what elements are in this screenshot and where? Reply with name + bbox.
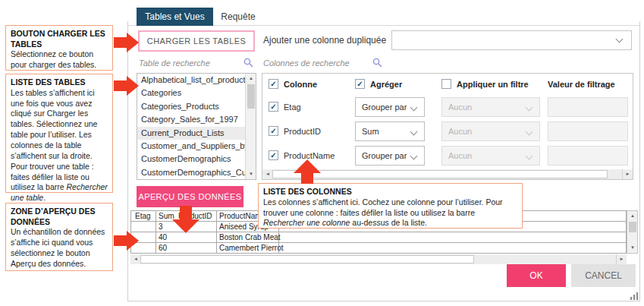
search-icon	[372, 58, 382, 68]
scrollbar-thumb[interactable]	[247, 84, 255, 109]
column-name: ProductID	[284, 127, 321, 136]
column-search-input[interactable]: Colonnes de recherche	[263, 58, 350, 68]
chevron-down-icon	[410, 128, 418, 136]
tables-list-scrollbar[interactable]: ▲ ▼	[245, 74, 256, 179]
grid-header-colonne: Colonne	[284, 80, 317, 89]
scroll-up-icon[interactable]: ▲	[246, 74, 256, 84]
checkbox-checked-icon[interactable]: ✓	[355, 79, 365, 89]
scrollbar-thumb[interactable]	[140, 255, 474, 263]
scroll-up-icon[interactable]: ▲	[627, 211, 638, 221]
callout-title: LISTE DES TABLES	[11, 77, 108, 88]
table-list-item[interactable]: Category_Sales_for_1997	[137, 113, 246, 126]
preview-horizontal-scrollbar[interactable]: ◄ ►	[130, 254, 627, 264]
scrollbar-thumb[interactable]	[629, 222, 636, 232]
scroll-down-icon[interactable]: ▼	[246, 169, 256, 179]
resize-grip-icon[interactable]	[630, 292, 639, 300]
callout-bouton-charger: BOUTON CHARGER LES TABLES Sélectionnez c…	[5, 25, 113, 71]
duplicated-column-dropdown[interactable]	[391, 30, 632, 50]
scrollbar-thumb[interactable]	[272, 170, 608, 178]
arrow-right-icon	[114, 80, 127, 91]
callout-title: LISTE DES COLONNES	[263, 187, 517, 197]
table-list-item[interactable]: Alphabetical_list_of_products	[137, 74, 246, 87]
callout-body: Sélectionnez ce bouton pour charger des …	[11, 49, 108, 71]
filter-value-field	[548, 121, 628, 141]
dialog-border-bottom	[127, 301, 640, 301]
arrow-right-icon	[127, 33, 139, 52]
chevron-down-icon	[616, 36, 624, 43]
preview-header: Etag	[135, 211, 151, 221]
aggregate-dropdown[interactable]: Grouper par	[355, 146, 425, 166]
table-list-item-selected[interactable]: Current_Product_Lists	[137, 127, 246, 140]
grid-header-agreger: Agréger	[370, 80, 402, 89]
callout-title: ZONE D’APERÇU DES DONNÉES	[11, 207, 108, 227]
checkbox-checked-icon[interactable]: ✓	[269, 79, 278, 89]
callout-title: BOUTON CHARGER LES TABLES	[11, 29, 108, 49]
filter-dropdown: Aucun	[441, 146, 540, 166]
arrow-right-icon	[114, 37, 127, 48]
table-search-input[interactable]: Table de recherche	[139, 58, 210, 68]
scroll-left-icon[interactable]: ◄	[262, 169, 273, 179]
table-list-item[interactable]: Categories	[137, 87, 246, 99]
dialog-border-left	[127, 21, 128, 301]
chevron-down-icon	[410, 104, 418, 112]
table-list-item[interactable]: CustomerDemographics_Custor	[137, 166, 246, 179]
dialog-border-right	[639, 21, 640, 301]
callout-liste-tables: LISTE DES TABLES Les tables s’affichent …	[5, 74, 113, 193]
checkbox-checked-icon[interactable]: ✓	[269, 126, 278, 136]
grid-header-valeur: Valeur de filtrage	[548, 80, 615, 89]
arrow-down-icon	[172, 219, 199, 233]
column-name: Etag	[284, 103, 301, 112]
filter-value-field	[548, 97, 628, 117]
add-duplicated-column-label: Ajouter une colonne dupliquée	[263, 35, 386, 46]
callout-body: Un échantillon de données s’affiche ici …	[11, 227, 108, 269]
aggregate-dropdown[interactable]: Grouper par	[355, 97, 425, 117]
arrow-up-icon	[294, 159, 321, 173]
filter-dropdown: Aucun	[441, 97, 540, 117]
screenshot-canvas: Tables et Vues Requête CHARGER LES TABLE…	[0, 0, 644, 306]
arrow-up-icon	[301, 173, 313, 184]
filter-dropdown: Aucun	[441, 121, 540, 141]
table-list-item[interactable]: Customer_and_Suppliers_by_Cit	[137, 140, 246, 153]
scroll-right-icon[interactable]: ►	[622, 169, 633, 179]
load-tables-button[interactable]: CHARGER LES TABLES	[138, 30, 255, 52]
callout-zone-apercu: ZONE D’APERÇU DES DONNÉES Un échantillon…	[5, 203, 113, 271]
tab-tables-et-vues[interactable]: Tables et Vues	[137, 8, 213, 26]
table-list-item[interactable]: CustomerDemographics	[137, 153, 246, 166]
scroll-left-icon[interactable]: ◄	[130, 254, 141, 264]
callout-liste-colonnes: LISTE DES COLONNES Les colonnes s’affich…	[258, 183, 523, 229]
table-list-item[interactable]: Categories_Products	[137, 100, 246, 113]
cancel-button[interactable]: CANCEL	[571, 264, 636, 287]
callout-body: Les tables s’affichent ici une fois que …	[11, 88, 108, 203]
arrow-right-icon	[114, 235, 127, 246]
ok-button[interactable]: OK	[507, 264, 566, 287]
chevron-down-icon	[526, 104, 533, 112]
callout-body: Les colonnes s’affichent ici. Cochez une…	[263, 197, 517, 229]
scroll-right-icon[interactable]: ►	[616, 254, 627, 264]
tab-requete[interactable]: Requête	[215, 8, 262, 26]
aggregate-dropdown[interactable]: Sum	[355, 121, 425, 141]
tables-list: Alphabetical_list_of_products Categories…	[137, 73, 256, 180]
chevron-down-icon	[410, 153, 418, 160]
search-icon	[243, 58, 253, 68]
preview-data-button[interactable]: APERÇU DES DONNÉES	[137, 186, 243, 207]
grid-header-filtre: Appliquer un filtre	[457, 80, 529, 89]
checkbox-unchecked-icon[interactable]	[441, 79, 451, 89]
chevron-down-icon	[526, 128, 533, 136]
checkbox-checked-icon[interactable]: ✓	[269, 150, 278, 160]
table-row: 60 Camembert Pierrot	[131, 243, 626, 254]
filter-value-field	[548, 146, 628, 166]
table-row: 40 Boston Crab Meat	[131, 232, 626, 243]
checkbox-checked-icon[interactable]: ✓	[269, 102, 278, 112]
arrow-down-icon	[180, 206, 192, 219]
arrow-right-icon	[127, 231, 139, 251]
chevron-down-icon	[526, 153, 533, 160]
arrow-right-icon	[127, 76, 139, 96]
preview-vertical-scrollbar[interactable]: ▲ ▼	[627, 210, 638, 254]
scroll-down-icon[interactable]: ▼	[627, 243, 638, 253]
